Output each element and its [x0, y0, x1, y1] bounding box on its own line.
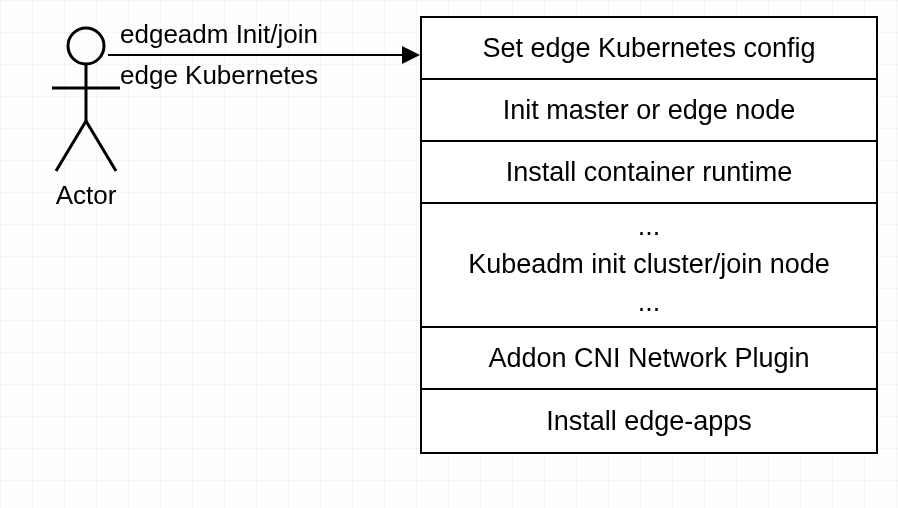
steps-container: Set edge Kubernetes config Init master o…	[420, 16, 878, 454]
step: Init master or edge node	[422, 80, 876, 142]
step: Install edge-apps	[422, 390, 876, 452]
arrow: edgeadm Init/join edge Kubernetes	[108, 18, 418, 91]
step: ... Kubeadm init cluster/join node ...	[422, 204, 876, 328]
arrow-line-icon	[108, 54, 418, 56]
step: Install container runtime	[422, 142, 876, 204]
arrow-bottom-text: edge Kubernetes	[108, 59, 418, 92]
actor-label: Actor	[38, 180, 134, 211]
svg-line-3	[56, 121, 86, 171]
step-line: Kubeadm init cluster/join node	[468, 246, 830, 284]
step: Addon CNI Network Plugin	[422, 328, 876, 390]
step: Set edge Kubernetes config	[422, 18, 876, 80]
step-line: ...	[638, 208, 661, 246]
svg-line-4	[86, 121, 116, 171]
arrow-top-text: edgeadm Init/join	[108, 18, 418, 51]
svg-point-0	[68, 28, 104, 64]
step-line: ...	[638, 284, 661, 322]
